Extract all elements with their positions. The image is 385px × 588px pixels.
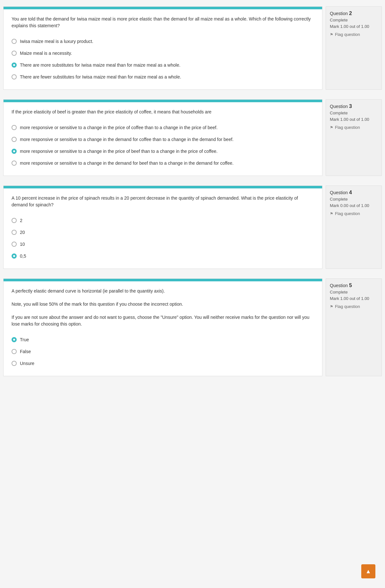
sidebar-question-label-q3: Question 3 xyxy=(330,104,378,109)
question-text-q5-1: Note, you will lose 50% of the mark for … xyxy=(12,301,314,308)
question-header-bar-q5 xyxy=(4,279,322,281)
flag-label-q3: Flag question xyxy=(335,125,360,130)
option-item-q5-1[interactable]: False xyxy=(12,346,314,358)
option-text-q5-2: Unsure xyxy=(20,360,34,367)
option-text-q3-0: more responsive or sensitive to a change… xyxy=(20,124,218,131)
option-item-q3-0[interactable]: more responsive or sensitive to a change… xyxy=(12,122,314,134)
question-main-q4: A 10 percent increase in the price of sp… xyxy=(3,186,322,269)
question-header-bar-q4 xyxy=(4,186,322,188)
radio-q5-0[interactable] xyxy=(12,337,17,342)
sidebar-status-q4: Complete xyxy=(330,197,378,202)
sidebar-mark-q5: Mark 1.00 out of 1.00 xyxy=(330,296,378,302)
option-item-q3-2[interactable]: more responsive or sensitive to a change… xyxy=(12,145,314,157)
options-list-q3: more responsive or sensitive to a change… xyxy=(12,122,314,169)
option-item-q2-1[interactable]: Maize meal is a necessity. xyxy=(12,47,314,59)
question-sidebar-q5: Question 5CompleteMark 1.00 out of 1.00⚑… xyxy=(326,278,382,376)
option-text-q2-0: Iwisa maize meal is a luxury product. xyxy=(20,38,93,45)
sidebar-mark-q4: Mark 0.00 out of 1.00 xyxy=(330,203,378,209)
question-header-bar-q2 xyxy=(4,7,322,9)
option-item-q3-3[interactable]: more responsive or sensitive to a change… xyxy=(12,157,314,169)
question-main-q5: A perfectly elastic demand curve is hori… xyxy=(3,278,322,376)
sidebar-flag-q4[interactable]: ⚑Flag question xyxy=(330,211,378,216)
question-sidebar-q2: Question 2CompleteMark 1.00 out of 1.00⚑… xyxy=(326,6,382,90)
sidebar-flag-q5[interactable]: ⚑Flag question xyxy=(330,304,378,309)
page-wrapper: You are told that the demand for Iwisa m… xyxy=(0,0,385,392)
option-item-q4-3[interactable]: 0,5 xyxy=(12,250,314,262)
sidebar-status-q5: Complete xyxy=(330,290,378,294)
option-item-q2-2[interactable]: There are more substitutes for Iwisa mai… xyxy=(12,59,314,71)
radio-q2-0[interactable] xyxy=(12,39,17,44)
sidebar-status-q2: Complete xyxy=(330,18,378,22)
question-sidebar-q3: Question 3CompleteMark 1.00 out of 1.00⚑… xyxy=(326,99,382,176)
flag-label-q5: Flag question xyxy=(335,304,360,309)
option-item-q4-1[interactable]: 20 xyxy=(12,227,314,238)
option-item-q5-0[interactable]: True xyxy=(12,334,314,346)
option-item-q5-2[interactable]: Unsure xyxy=(12,358,314,369)
question-text-q5-2: If you are not sure about the answer and… xyxy=(12,314,314,327)
option-item-q2-3[interactable]: There are fewer substitutes for Iwisa ma… xyxy=(12,71,314,83)
question-block-q2: You are told that the demand for Iwisa m… xyxy=(3,6,382,90)
option-text-q2-1: Maize meal is a necessity. xyxy=(20,50,72,57)
question-block-q3: If the price elasticity of beef is great… xyxy=(3,99,382,176)
question-sidebar-q4: Question 4CompleteMark 0.00 out of 1.00⚑… xyxy=(326,186,382,269)
flag-label-q4: Flag question xyxy=(335,211,360,216)
option-text-q2-3: There are fewer substitutes for Iwisa ma… xyxy=(20,74,181,80)
radio-q5-1[interactable] xyxy=(12,349,17,354)
radio-q2-3[interactable] xyxy=(12,74,17,79)
radio-q3-2[interactable] xyxy=(12,149,17,154)
sidebar-status-q3: Complete xyxy=(330,111,378,115)
question-text-q3: If the price elasticity of beef is great… xyxy=(12,109,314,115)
sidebar-flag-q2[interactable]: ⚑Flag question xyxy=(330,32,378,37)
flag-icon-q3: ⚑ xyxy=(330,125,333,130)
question-main-q2: You are told that the demand for Iwisa m… xyxy=(3,6,322,90)
radio-q3-0[interactable] xyxy=(12,125,17,130)
question-body-q5: A perfectly elastic demand curve is hori… xyxy=(4,281,322,376)
question-block-q5: A perfectly elastic demand curve is hori… xyxy=(3,278,382,376)
sidebar-mark-q2: Mark 1.00 out of 1.00 xyxy=(330,24,378,29)
sidebar-question-label-q5: Question 5 xyxy=(330,283,378,288)
radio-q4-1[interactable] xyxy=(12,230,17,235)
question-text-q4: A 10 percent increase in the price of sp… xyxy=(12,195,314,208)
flag-label-q2: Flag question xyxy=(335,32,360,37)
option-text-q4-1: 20 xyxy=(20,229,25,236)
radio-q4-3[interactable] xyxy=(12,253,17,259)
sidebar-mark-q3: Mark 1.00 out of 1.00 xyxy=(330,117,378,122)
question-body-q4: A 10 percent increase in the price of sp… xyxy=(4,188,322,269)
option-item-q4-2[interactable]: 10 xyxy=(12,238,314,250)
radio-q3-3[interactable] xyxy=(12,161,17,166)
sidebar-flag-q3[interactable]: ⚑Flag question xyxy=(330,125,378,130)
sidebar-question-label-q2: Question 2 xyxy=(330,11,378,16)
radio-q3-1[interactable] xyxy=(12,137,17,142)
question-body-q2: You are told that the demand for Iwisa m… xyxy=(4,9,322,89)
radio-q2-1[interactable] xyxy=(12,51,17,56)
options-list-q5: TrueFalseUnsure xyxy=(12,334,314,369)
radio-q2-2[interactable] xyxy=(12,62,17,68)
radio-q4-0[interactable] xyxy=(12,218,17,223)
flag-icon-q4: ⚑ xyxy=(330,211,333,216)
option-text-q3-1: more responsive or sensitive to a change… xyxy=(20,136,234,143)
radio-q4-2[interactable] xyxy=(12,242,17,247)
question-text-q5-0: A perfectly elastic demand curve is hori… xyxy=(12,288,314,294)
radio-q5-2[interactable] xyxy=(12,361,17,366)
option-item-q2-0[interactable]: Iwisa maize meal is a luxury product. xyxy=(12,36,314,47)
sidebar-question-label-q4: Question 4 xyxy=(330,190,378,195)
flag-icon-q5: ⚑ xyxy=(330,304,333,309)
question-text-q2: You are told that the demand for Iwisa m… xyxy=(12,16,314,29)
options-list-q2: Iwisa maize meal is a luxury product.Mai… xyxy=(12,36,314,83)
question-header-bar-q3 xyxy=(4,100,322,102)
option-text-q3-2: more responsive or sensitive to a change… xyxy=(20,148,218,155)
option-text-q4-0: 2 xyxy=(20,217,22,224)
question-main-q3: If the price elasticity of beef is great… xyxy=(3,99,322,176)
option-text-q5-0: True xyxy=(20,336,29,343)
question-block-q4: A 10 percent increase in the price of sp… xyxy=(3,186,382,269)
flag-icon-q2: ⚑ xyxy=(330,32,333,37)
option-text-q2-2: There are more substitutes for Iwisa mai… xyxy=(20,62,180,69)
option-item-q4-0[interactable]: 2 xyxy=(12,215,314,227)
option-text-q5-1: False xyxy=(20,348,31,355)
option-text-q4-2: 10 xyxy=(20,241,25,248)
option-item-q3-1[interactable]: more responsive or sensitive to a change… xyxy=(12,134,314,145)
option-text-q3-3: more responsive or sensitive to a change… xyxy=(20,160,234,167)
question-body-q3: If the price elasticity of beef is great… xyxy=(4,102,322,176)
option-text-q4-3: 0,5 xyxy=(20,253,26,260)
options-list-q4: 220100,5 xyxy=(12,215,314,262)
